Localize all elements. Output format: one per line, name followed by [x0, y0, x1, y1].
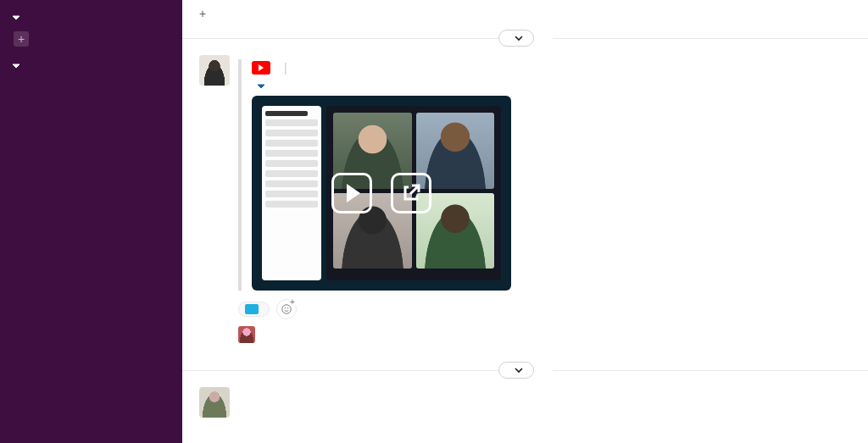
plus-icon: +: [14, 31, 29, 47]
chevron-down-icon: [515, 366, 523, 374]
chevron-down-icon: [515, 34, 523, 42]
plus-icon: +: [199, 7, 206, 20]
section-connections-header[interactable]: [0, 2, 182, 29]
svg-point-2: [287, 308, 288, 309]
date-divider[interactable]: [498, 362, 534, 379]
svg-point-1: [285, 308, 286, 309]
link-attachment: |: [238, 59, 713, 291]
main: +: [182, 0, 868, 443]
attachment-title-link[interactable]: [252, 81, 265, 96]
message: |: [182, 50, 868, 350]
reaction[interactable]: [238, 302, 270, 317]
message: [182, 382, 868, 419]
caret-down-icon: [12, 10, 20, 25]
avatar[interactable]: [238, 326, 255, 343]
section-channels-header[interactable]: [0, 50, 182, 77]
caret-down-icon: [257, 82, 265, 91]
cool-emoji-icon: [245, 304, 259, 314]
bookmark-bar: +: [182, 0, 868, 28]
sidebar: +: [0, 0, 182, 443]
play-icon[interactable]: [331, 173, 372, 213]
youtube-icon: [252, 61, 270, 75]
avatar[interactable]: [199, 55, 230, 86]
add-reaction-button[interactable]: [276, 299, 297, 319]
video-preview[interactable]: [252, 96, 511, 291]
add-external-people[interactable]: +: [0, 29, 182, 50]
date-divider[interactable]: [498, 30, 534, 47]
svg-point-0: [282, 305, 292, 314]
open-external-icon[interactable]: [391, 173, 431, 213]
caret-down-icon: [12, 58, 20, 74]
avatar[interactable]: [199, 387, 230, 418]
message-list: |: [182, 28, 868, 443]
